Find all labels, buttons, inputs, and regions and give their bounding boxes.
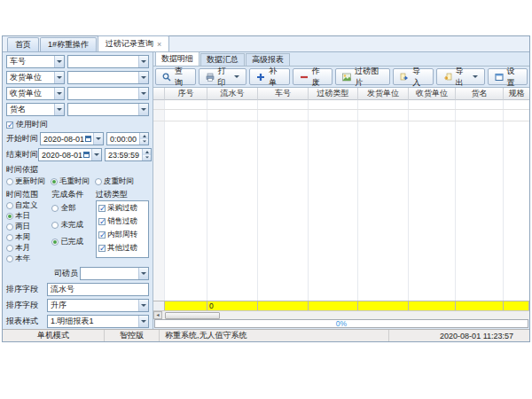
radio-tare-time[interactable]: 皮重时间 [95, 176, 134, 187]
chevron-down-icon[interactable] [93, 133, 103, 145]
use-time-checkbox[interactable] [6, 121, 13, 129]
data-grid: 序号 流水号 车号 过磅类型 发货单位 收货单位 货名 规格 [153, 87, 529, 310]
vehicle-no-field-combo[interactable]: 车号 [6, 55, 65, 68]
grid-body [153, 100, 529, 301]
plus-icon [256, 73, 265, 82]
sort-field-input[interactable]: 流水号 [47, 283, 149, 296]
scrollbar-thumb[interactable] [165, 312, 220, 319]
printer-icon [206, 73, 215, 82]
radio-unfinished[interactable]: 未完成 [51, 220, 96, 231]
summary-count: 0 [207, 301, 258, 310]
import-icon [400, 73, 409, 82]
column-header[interactable]: 货名 [456, 88, 504, 100]
close-icon[interactable]: × [157, 41, 161, 48]
status-system-name: 称重系统,无人值守系统 [160, 330, 389, 341]
progress-bar: 0% [154, 319, 528, 328]
column-header[interactable]: 流水号 [207, 88, 258, 100]
tab-weigh-record-query[interactable]: 过磅记录查询 × [98, 35, 169, 51]
print-button[interactable]: 打印 [199, 68, 247, 85]
chevron-down-icon[interactable] [54, 88, 64, 99]
report-style-combo[interactable]: 1.明细报表1 [47, 315, 149, 328]
calendar-icon [85, 136, 91, 142]
tab-data-detail[interactable]: 数据明细 [155, 51, 200, 66]
radio-two-days[interactable]: 两日 [6, 222, 51, 232]
radio-finished[interactable]: 已完成 [51, 237, 96, 247]
weigher-combo[interactable] [80, 267, 149, 280]
horizontal-scrollbar[interactable]: ◂ [153, 310, 529, 319]
weigh-type-group: 过磅类型 采购过磅 销售过磅 内部周转 其他过磅 [96, 189, 149, 264]
column-header[interactable]: 规格 [504, 88, 529, 100]
chevron-down-icon[interactable] [54, 72, 64, 83]
import-button[interactable]: 导入 [393, 68, 434, 85]
check-sale[interactable]: 销售过磅 [98, 216, 147, 227]
export-button[interactable]: 导出 [436, 68, 485, 85]
column-header[interactable]: 序号 [165, 88, 207, 100]
weigh-image-button[interactable]: 过磅图片 [335, 68, 390, 85]
goods-field-combo[interactable]: 货名 [6, 103, 65, 116]
spinner-buttons[interactable] [139, 133, 148, 145]
receiver-field-combo[interactable]: 收货单位 [6, 87, 65, 100]
query-button[interactable]: 查询 [155, 68, 196, 85]
summary-row: 0 [153, 301, 529, 310]
data-panel: 数据明细 数据汇总 高级报表 查询 打印 补单 [153, 52, 529, 329]
chevron-down-icon[interactable] [138, 72, 148, 83]
void-button[interactable]: 作废 [293, 68, 333, 85]
chevron-down-icon[interactable] [138, 56, 148, 67]
column-header[interactable]: 过磅类型 [309, 88, 358, 100]
column-header[interactable]: 发货单位 [358, 88, 409, 100]
minus-icon [300, 73, 309, 82]
filter-row: 发货单位 [6, 71, 149, 84]
time-range-group: 时间范围 自定义 本日 两日 本周 本月 本年 [6, 189, 51, 264]
status-datetime: 2020-08-01 11:23:57 [389, 330, 529, 341]
chevron-down-icon[interactable] [138, 104, 148, 115]
chevron-down-icon[interactable] [138, 300, 148, 311]
tab-weighing-operation[interactable]: 1#称重操作 [40, 37, 97, 51]
check-internal[interactable]: 内部周转 [98, 230, 147, 240]
chevron-down-icon[interactable] [54, 56, 64, 67]
radio-gross-time[interactable]: 毛重时间 [51, 176, 90, 187]
column-header[interactable]: 收货单位 [409, 88, 456, 100]
sort-order-combo[interactable]: 升序 [47, 299, 149, 312]
row-indicator-header [153, 88, 165, 100]
chevron-down-icon[interactable] [138, 316, 148, 327]
chevron-down-icon[interactable] [54, 104, 64, 115]
calendar-icon [83, 152, 90, 158]
spinner-buttons[interactable] [142, 149, 151, 160]
tab-advanced-report[interactable]: 高级报表 [246, 53, 290, 66]
column-header[interactable]: 车号 [258, 88, 309, 100]
toolbar: 查询 打印 补单 作废 过磅图片 [153, 66, 529, 87]
radio-this-year[interactable]: 本年 [6, 254, 51, 264]
start-date-picker[interactable]: 2020-08-01 [40, 132, 104, 145]
vehicle-no-value-combo[interactable] [67, 55, 149, 68]
radio-custom[interactable]: 自定义 [6, 200, 51, 211]
shipper-field-combo[interactable]: 发货单位 [6, 71, 65, 84]
end-time-spinner[interactable]: 23:59:59 [105, 148, 152, 161]
check-purchase[interactable]: 采购过磅 [98, 203, 147, 214]
start-time-spinner[interactable]: 0:00:00 [106, 132, 149, 145]
receiver-value-combo[interactable] [67, 87, 149, 100]
radio-all[interactable]: 全部 [51, 203, 96, 214]
scroll-left-icon[interactable]: ◂ [153, 311, 162, 319]
settings-button[interactable]: 设置 [488, 68, 528, 85]
weigh-type-listbox[interactable]: 采购过磅 销售过磅 内部周转 其他过磅 [96, 200, 149, 258]
chevron-down-icon [473, 75, 478, 78]
radio-this-week[interactable]: 本周 [6, 232, 51, 243]
chevron-down-icon[interactable] [91, 149, 101, 160]
supplement-order-button[interactable]: 补单 [249, 68, 290, 85]
chevron-down-icon[interactable] [138, 268, 148, 279]
image-icon [342, 73, 351, 82]
radio-today[interactable]: 本日 [6, 211, 51, 222]
chevron-down-icon [234, 75, 239, 78]
tab-home[interactable]: 首页 [7, 37, 39, 51]
radio-this-month[interactable]: 本月 [6, 243, 51, 254]
shipper-value-combo[interactable] [67, 71, 149, 84]
radio-update-time[interactable]: 更新时间 [6, 176, 45, 187]
check-other[interactable]: 其他过磅 [98, 243, 147, 254]
chevron-down-icon[interactable] [138, 88, 148, 99]
tab-data-summary[interactable]: 数据汇总 [200, 53, 245, 66]
end-date-picker[interactable]: 2020-08-01 [38, 148, 102, 161]
filter-row: 车号 [6, 55, 149, 68]
export-icon [443, 73, 452, 82]
progress-value: 0% [336, 319, 347, 328]
goods-value-combo[interactable] [67, 103, 149, 116]
